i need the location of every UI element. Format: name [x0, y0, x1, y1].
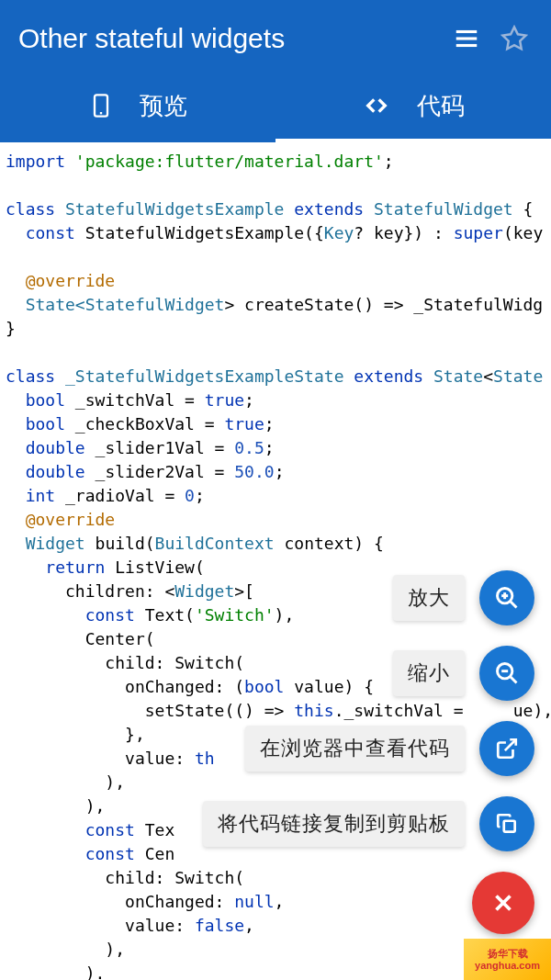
- svg-marker-3: [503, 27, 526, 49]
- star-icon[interactable]: [496, 20, 533, 57]
- tab-preview-label: 预览: [140, 90, 187, 122]
- fab-zoom-out-label: 缩小: [393, 650, 465, 696]
- fab-browser-row: 在浏览器中查看代码: [245, 721, 534, 776]
- svg-line-11: [511, 677, 517, 683]
- fab-zoom-in-label: 放大: [393, 575, 465, 621]
- close-fab-button[interactable]: [472, 872, 534, 934]
- tab-code-label: 代码: [417, 90, 465, 122]
- svg-rect-14: [504, 821, 515, 832]
- copy-link-button[interactable]: [479, 796, 534, 851]
- title-bar: Other stateful widgets: [0, 0, 551, 69]
- tab-code[interactable]: 代码: [276, 69, 551, 142]
- menu-icon[interactable]: [448, 20, 485, 57]
- tab-bar: 预览 代码: [0, 69, 551, 142]
- app-header: Other stateful widgets 预览 代码: [0, 0, 551, 142]
- fab-copy-row: 将代码链接复制到剪贴板: [203, 796, 534, 851]
- open-in-browser-button[interactable]: [479, 721, 534, 776]
- svg-line-7: [511, 602, 517, 608]
- page-title: Other stateful widgets: [18, 23, 437, 54]
- fab-zoom-in-row: 放大: [393, 570, 534, 625]
- watermark: 扬华下载 yanghua.com: [464, 939, 551, 980]
- svg-line-13: [505, 739, 516, 750]
- fab-close-row: [472, 872, 534, 934]
- tab-preview[interactable]: 预览: [0, 69, 276, 142]
- fab-zoom-out-row: 缩小: [393, 646, 534, 701]
- fab-copy-label: 将代码链接复制到剪贴板: [203, 801, 465, 847]
- zoom-out-button[interactable]: [479, 646, 534, 701]
- fab-menu: 放大 缩小 在浏览器中查看代码 将代码链接复制到剪贴板: [203, 570, 534, 934]
- fab-browser-label: 在浏览器中查看代码: [245, 726, 465, 772]
- zoom-in-button[interactable]: [479, 570, 534, 625]
